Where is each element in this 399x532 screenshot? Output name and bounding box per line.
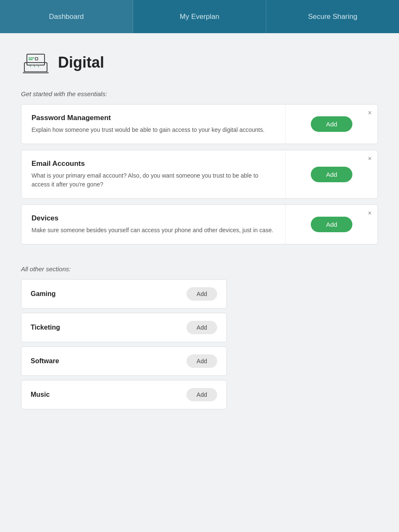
email-accounts-action: × Add	[285, 150, 378, 198]
main-nav: Dashboard My Everplan Secure Sharing	[0, 0, 399, 33]
essentials-section: Get started with the essentials: Passwor…	[21, 90, 378, 244]
svg-rect-3	[29, 59, 33, 60]
software-card: Software Add	[21, 346, 227, 376]
music-title: Music	[31, 391, 186, 398]
email-accounts-desc: What is your primary email account? Also…	[32, 171, 275, 189]
email-accounts-close[interactable]: ×	[368, 155, 372, 162]
svg-text:* * *: * * *	[29, 66, 39, 69]
software-title: Software	[31, 357, 186, 365]
digital-icon: * * *	[21, 50, 50, 75]
others-section: All other sections: Gaming Add Ticketing…	[21, 265, 378, 409]
svg-rect-6	[23, 72, 49, 73]
gaming-title: Gaming	[31, 290, 186, 298]
devices-close[interactable]: ×	[368, 210, 372, 217]
svg-rect-4	[35, 58, 38, 60]
password-management-close[interactable]: ×	[368, 110, 372, 116]
ticketing-card: Ticketing Add	[21, 313, 227, 342]
devices-action: × Add	[285, 205, 378, 244]
gaming-card: Gaming Add	[21, 279, 227, 309]
devices-desc: Make sure someone besides yourself can a…	[32, 226, 275, 235]
svg-point-7	[32, 65, 33, 66]
ticketing-add-button[interactable]: Add	[186, 321, 217, 334]
devices-add-button[interactable]: Add	[311, 217, 352, 232]
email-accounts-title: Email Accounts	[32, 160, 275, 168]
password-management-title: Password Management	[32, 114, 275, 122]
password-management-action: × Add	[285, 105, 378, 144]
page-body: * * * Digital Get started with the essen…	[0, 33, 399, 430]
music-add-button[interactable]: Add	[186, 388, 217, 401]
email-accounts-card: Email Accounts What is your primary emai…	[21, 150, 378, 199]
nav-secure-sharing[interactable]: Secure Sharing	[266, 0, 399, 33]
svg-point-8	[35, 65, 37, 66]
devices-card: Devices Make sure someone besides yourse…	[21, 204, 378, 244]
email-accounts-add-button[interactable]: Add	[311, 167, 352, 182]
gaming-add-button[interactable]: Add	[186, 287, 217, 301]
password-management-desc: Explain how someone you trust would be a…	[32, 126, 275, 134]
page-header: * * * Digital	[21, 50, 378, 75]
devices-title: Devices	[32, 214, 275, 223]
svg-point-9	[39, 65, 40, 66]
password-management-add-button[interactable]: Add	[311, 116, 352, 132]
others-label: All other sections:	[21, 265, 378, 273]
devices-body: Devices Make sure someone besides yourse…	[21, 205, 285, 244]
svg-rect-2	[29, 58, 34, 58]
nav-dashboard[interactable]: Dashboard	[0, 0, 133, 33]
software-add-button[interactable]: Add	[186, 354, 217, 368]
music-card: Music Add	[21, 380, 227, 409]
page-title: Digital	[58, 54, 104, 71]
password-management-card: Password Management Explain how someone …	[21, 104, 378, 144]
password-management-body: Password Management Explain how someone …	[21, 105, 285, 144]
essentials-label: Get started with the essentials:	[21, 90, 378, 97]
nav-my-everplan[interactable]: My Everplan	[133, 0, 266, 33]
email-accounts-body: Email Accounts What is your primary emai…	[21, 150, 285, 198]
ticketing-title: Ticketing	[31, 324, 186, 331]
